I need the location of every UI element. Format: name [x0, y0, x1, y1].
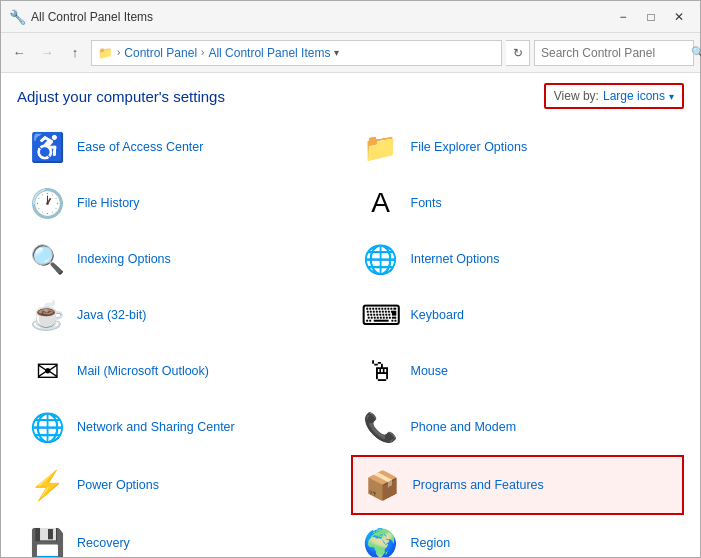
control-item-power-options[interactable]: ⚡Power Options: [17, 455, 351, 515]
mail-icon: ✉: [27, 351, 67, 391]
keyboard-icon: ⌨: [361, 295, 401, 335]
control-item-java-32bit[interactable]: ☕Java (32-bit): [17, 287, 351, 343]
network-icon: 🌐: [27, 407, 67, 447]
breadcrumb-all-items[interactable]: All Control Panel Items: [208, 46, 330, 60]
breadcrumb-dropdown-button[interactable]: ▾: [334, 47, 339, 58]
item-label-file-history: File History: [77, 195, 140, 211]
items-grid: ♿Ease of Access Center📁File Explorer Opt…: [17, 119, 684, 557]
window-title: All Control Panel Items: [31, 10, 610, 24]
item-label-recovery: Recovery: [77, 535, 130, 551]
maximize-button[interactable]: □: [638, 6, 664, 28]
forward-button[interactable]: →: [35, 41, 59, 65]
item-label-region: Region: [411, 535, 451, 551]
breadcrumb-icon: 📁: [98, 46, 113, 60]
address-bar: ← → ↑ 📁 › Control Panel › All Control Pa…: [1, 33, 700, 73]
content-area: Adjust your computer's settings View by:…: [1, 73, 700, 557]
minimize-button[interactable]: −: [610, 6, 636, 28]
control-item-programs-features[interactable]: 📦Programs and Features: [351, 455, 685, 515]
control-item-file-history[interactable]: 🕐File History: [17, 175, 351, 231]
item-label-mouse: Mouse: [411, 363, 449, 379]
back-button[interactable]: ←: [7, 41, 31, 65]
view-by-control: View by: Large icons ▾: [544, 83, 684, 109]
item-label-internet-options: Internet Options: [411, 251, 500, 267]
control-item-file-explorer-options[interactable]: 📁File Explorer Options: [351, 119, 685, 175]
view-by-label: View by:: [554, 89, 599, 103]
items-scroll: ♿Ease of Access Center📁File Explorer Opt…: [1, 115, 700, 557]
control-item-internet-options[interactable]: 🌐Internet Options: [351, 231, 685, 287]
window: 🔧 All Control Panel Items − □ ✕ ← → ↑ 📁 …: [0, 0, 701, 558]
item-label-programs-features: Programs and Features: [413, 477, 544, 493]
item-label-indexing-options: Indexing Options: [77, 251, 171, 267]
breadcrumb-control-panel[interactable]: Control Panel: [124, 46, 197, 60]
item-label-mail-outlook: Mail (Microsoft Outlook): [77, 363, 209, 379]
item-label-keyboard: Keyboard: [411, 307, 465, 323]
search-box: 🔍: [534, 40, 694, 66]
item-label-fonts: Fonts: [411, 195, 442, 211]
ease-icon: ♿: [27, 127, 67, 167]
window-controls: − □ ✕: [610, 6, 692, 28]
view-by-dropdown-icon[interactable]: ▾: [669, 91, 674, 102]
indexing-icon: 🔍: [27, 239, 67, 279]
page-title: Adjust your computer's settings: [17, 88, 225, 105]
phone-icon: 📞: [361, 407, 401, 447]
item-label-network-sharing: Network and Sharing Center: [77, 419, 235, 435]
up-button[interactable]: ↑: [63, 41, 87, 65]
java-icon: ☕: [27, 295, 67, 335]
control-item-recovery[interactable]: 💾Recovery: [17, 515, 351, 557]
mouse-icon: 🖱: [361, 351, 401, 391]
window-icon: 🔧: [9, 9, 25, 25]
item-label-phone-modem: Phone and Modem: [411, 419, 517, 435]
folder-options-icon: 📁: [361, 127, 401, 167]
item-label-java-32bit: Java (32-bit): [77, 307, 146, 323]
item-label-ease-of-access: Ease of Access Center: [77, 139, 203, 155]
power-icon: ⚡: [27, 465, 67, 505]
fonts-icon: A: [361, 183, 401, 223]
content-header: Adjust your computer's settings View by:…: [1, 73, 700, 115]
breadcrumb-bar: 📁 › Control Panel › All Control Panel It…: [91, 40, 502, 66]
file-history-icon: 🕐: [27, 183, 67, 223]
control-item-network-sharing[interactable]: 🌐Network and Sharing Center: [17, 399, 351, 455]
control-item-fonts[interactable]: AFonts: [351, 175, 685, 231]
control-item-keyboard[interactable]: ⌨Keyboard: [351, 287, 685, 343]
control-item-region[interactable]: 🌍Region: [351, 515, 685, 557]
refresh-button[interactable]: ↻: [506, 40, 530, 66]
search-icon: 🔍: [691, 46, 701, 59]
region-icon: 🌍: [361, 523, 401, 557]
title-bar: 🔧 All Control Panel Items − □ ✕: [1, 1, 700, 33]
item-label-file-explorer-options: File Explorer Options: [411, 139, 528, 155]
control-item-mouse[interactable]: 🖱Mouse: [351, 343, 685, 399]
control-item-ease-of-access[interactable]: ♿Ease of Access Center: [17, 119, 351, 175]
internet-icon: 🌐: [361, 239, 401, 279]
recovery-icon: 💾: [27, 523, 67, 557]
item-label-power-options: Power Options: [77, 477, 159, 493]
control-item-mail-outlook[interactable]: ✉Mail (Microsoft Outlook): [17, 343, 351, 399]
control-item-phone-modem[interactable]: 📞Phone and Modem: [351, 399, 685, 455]
programs-icon: 📦: [363, 465, 403, 505]
view-by-value[interactable]: Large icons: [603, 89, 665, 103]
search-input[interactable]: [541, 46, 691, 60]
close-button[interactable]: ✕: [666, 6, 692, 28]
control-item-indexing-options[interactable]: 🔍Indexing Options: [17, 231, 351, 287]
